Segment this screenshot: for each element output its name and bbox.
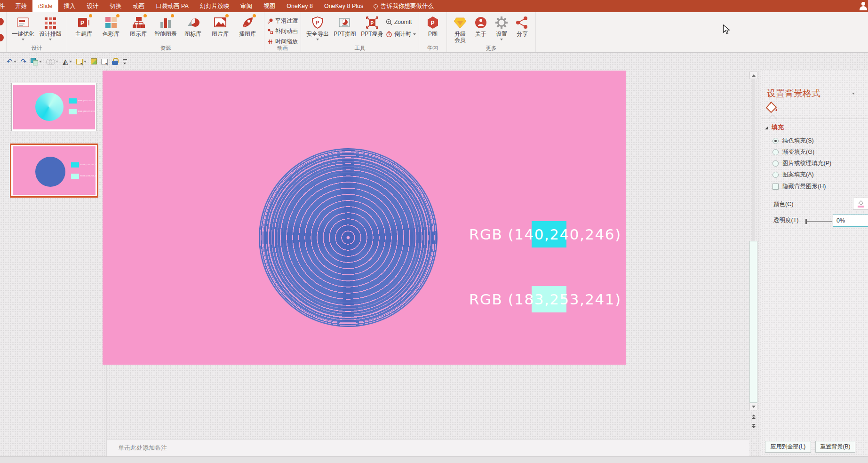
tab-animations[interactable]: 动画 [127, 0, 151, 12]
previous-slide-button[interactable] [749, 413, 757, 420]
tab-home[interactable]: 开始 [9, 0, 32, 12]
ppt-puzzle-button[interactable]: PPT拼图 [331, 14, 358, 37]
color-picker-button[interactable] [853, 198, 868, 210]
arrange-shapes-icon [31, 58, 38, 65]
transparency-input[interactable]: 0% [833, 215, 868, 227]
tab-review[interactable]: 审阅 [235, 0, 258, 12]
tab-pocket-animation[interactable]: 口袋动画 PA [151, 0, 194, 12]
settings-button[interactable]: 设置 [491, 14, 512, 40]
diagram-library-button[interactable]: 图示库 [125, 14, 152, 37]
merge-shapes-button[interactable] [46, 56, 58, 67]
tab-transitions[interactable]: 切换 [104, 0, 127, 12]
tab-onekey8plus[interactable]: OneKey 8 Plus [319, 0, 369, 12]
scroll-down-button[interactable] [749, 403, 757, 410]
picture-texture-fill-radio[interactable]: 图片或纹理填充(P) [772, 160, 831, 168]
chevron-down-icon [49, 39, 52, 40]
double-arrow-up-icon [752, 415, 756, 416]
expanded-triangle-icon [765, 126, 768, 129]
tab-islide[interactable]: iSlide [32, 0, 58, 12]
about-icon [474, 16, 488, 30]
picture-library-button[interactable]: 图片库 [207, 14, 234, 37]
ribbon-group-animation: 平滑过渡 补间动画 时间缩放 动画 [264, 12, 301, 52]
panel-chevron-down-icon[interactable] [852, 93, 855, 95]
account-icon[interactable] [860, 2, 867, 10]
about-button[interactable]: 关于 [470, 14, 491, 37]
chevron-down-icon [22, 39, 24, 40]
apply-to-all-button[interactable]: 应用到全部(L) [765, 441, 811, 453]
pattern-fill-radio[interactable]: 图案填充(A) [772, 171, 814, 179]
slide-thumbnail-1[interactable]: RGB (140,240,246) RGB (183,253,241) [11, 83, 97, 131]
color-library-button[interactable]: 色彩库 [97, 14, 125, 37]
notes-pane[interactable]: 单击此处添加备注 [107, 439, 749, 456]
smart-chart-button[interactable]: 智能图表 [152, 14, 179, 37]
illustration-library-button[interactable]: 插图库 [234, 14, 261, 37]
safe-export-button[interactable]: P 安全导出 [304, 14, 331, 40]
transparency-slider-track[interactable] [806, 221, 832, 222]
tab-insert[interactable]: 插入 [58, 0, 81, 12]
tab-view[interactable]: 视图 [258, 0, 281, 12]
upgrade-member-button[interactable]: 升级会员 [450, 14, 470, 43]
lock-icon [112, 58, 118, 65]
group-label-more: 更多 [447, 45, 535, 52]
tab-slideshow[interactable]: 幻灯片放映 [194, 0, 235, 12]
undo-icon: ↶ [7, 58, 13, 65]
countdown-button[interactable]: 倒计时 [386, 30, 416, 39]
solid-fill-radio[interactable]: 纯色填充(S) [772, 137, 814, 145]
ribbon-clipped-icons [0, 12, 7, 52]
ppt-slim-icon: P [365, 16, 379, 30]
arrow-down-icon [752, 406, 756, 408]
p-circle-button[interactable]: P P圈 [422, 14, 444, 37]
smooth-transition-button[interactable]: 平滑过渡 [267, 16, 298, 25]
merge-shapes-icon [46, 58, 55, 65]
radio-selected-icon [772, 138, 779, 144]
tell-me-box[interactable]: 告诉我你想要做什么 [369, 0, 438, 12]
hide-background-checkbox[interactable]: 隐藏背景图形(H) [772, 183, 826, 191]
tab-file[interactable]: 文件 [0, 0, 9, 12]
ribbon-group-tools: P 安全导出 PPT拼图 P PPT瘦身 ZoomIt [301, 12, 419, 52]
icon-library-button[interactable]: 图标库 [179, 14, 207, 37]
thumbnail-swatch [69, 98, 77, 104]
fill-color-button[interactable] [91, 56, 97, 67]
current-color-bar [858, 206, 864, 208]
arrow-up-icon [752, 74, 756, 77]
transparency-slider-handle[interactable] [805, 219, 807, 224]
redo-button[interactable]: ↷ [21, 56, 27, 67]
select-object-button[interactable] [76, 56, 87, 67]
one-click-optimize-button[interactable]: 一键优化 [9, 14, 37, 40]
slide-thumbnail-2-selected[interactable]: RGB (140,240,246) RGB (183,253,241) [10, 144, 98, 198]
scroll-up-button[interactable] [749, 72, 757, 79]
customize-toolbar-button[interactable] [122, 56, 128, 67]
thumbnail-swatch [71, 174, 79, 179]
rgb-label-2[interactable]: RGB (183,253,241) [469, 291, 621, 308]
svg-text:P: P [371, 21, 374, 26]
flip-rotate-button[interactable]: ◭ [63, 56, 72, 67]
arrange-shapes-button[interactable] [31, 56, 42, 67]
status-bar [0, 456, 868, 463]
rgb-label-1[interactable]: RGB (140,240,246) [469, 226, 621, 243]
zoomit-button[interactable]: ZoomIt [386, 17, 416, 26]
paint-bucket-icon[interactable] [765, 101, 778, 114]
ribbon-group-more: 升级会员 关于 设置 分享 更多 [447, 12, 536, 52]
ppt-slim-button[interactable]: P PPT瘦身 [358, 14, 386, 37]
lock-button[interactable] [112, 56, 118, 67]
fill-section-header[interactable]: 填充 [765, 123, 784, 132]
tab-design[interactable]: 设计 [81, 0, 104, 12]
undo-button[interactable]: ↶ [7, 56, 16, 67]
slide-canvas[interactable]: RGB (140,240,246) RGB (183,253,241) [103, 71, 626, 365]
safe-export-icon: P [311, 16, 325, 30]
moire-circle-shape[interactable] [259, 148, 438, 327]
scrollbar-thumb[interactable] [749, 241, 757, 403]
quick-access-toolbar: ↶ ↷ ◭ [0, 53, 868, 70]
reset-background-button[interactable]: 重置背景(B) [815, 441, 855, 453]
tab-onekey8[interactable]: OneKey 8 [281, 0, 319, 12]
share-button[interactable]: 分享 [512, 14, 533, 37]
next-slide-button[interactable] [749, 423, 757, 429]
multi-select-button[interactable] [101, 56, 108, 67]
theme-library-button[interactable]: P 主题库 [70, 14, 97, 37]
tween-animation-button[interactable]: 补间动画 [267, 27, 298, 36]
gradient-fill-radio[interactable]: 渐变填充(G) [772, 148, 814, 156]
divider [761, 119, 868, 119]
checkbox-icon [772, 184, 779, 190]
chevron-down-icon [316, 39, 319, 40]
design-layout-button[interactable]: 设计排版 [37, 14, 64, 40]
